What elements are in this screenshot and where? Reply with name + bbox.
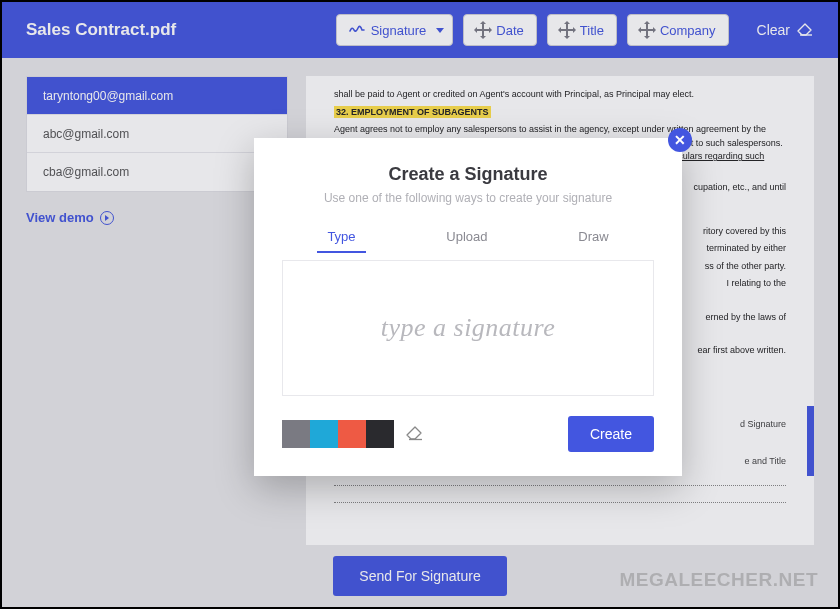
close-icon[interactable]: ✕: [668, 128, 692, 152]
signature-input[interactable]: type a signature: [282, 260, 654, 396]
modal-title: Create a Signature: [282, 164, 654, 185]
color-swatch-red[interactable]: [338, 420, 366, 448]
color-swatch-grey[interactable]: [282, 420, 310, 448]
create-signature-modal: ✕ Create a Signature Use one of the foll…: [254, 138, 682, 476]
tab-type[interactable]: Type: [317, 223, 365, 250]
tab-draw[interactable]: Draw: [568, 223, 618, 250]
color-swatch-black[interactable]: [366, 420, 394, 448]
color-swatch-blue[interactable]: [310, 420, 338, 448]
eraser-icon[interactable]: [404, 426, 424, 442]
modal-footer: Create: [282, 416, 654, 452]
signature-placeholder: type a signature: [381, 313, 556, 343]
tab-upload[interactable]: Upload: [436, 223, 497, 250]
create-button[interactable]: Create: [568, 416, 654, 452]
modal-tabs: Type Upload Draw: [282, 223, 654, 250]
modal-subtitle: Use one of the following ways to create …: [282, 191, 654, 205]
color-swatches: [282, 420, 424, 448]
